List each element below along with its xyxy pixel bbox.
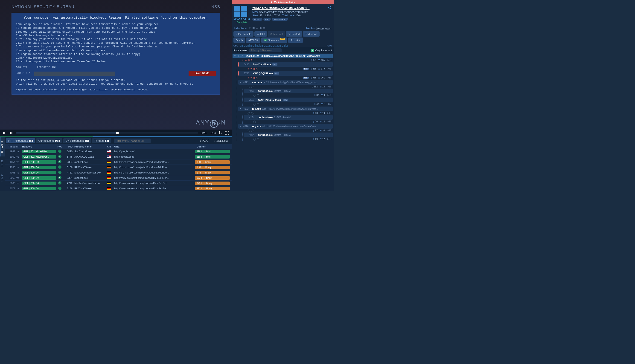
biohazard-icon: ☣ — [248, 68, 250, 70]
col-cn: CN — [106, 145, 112, 148]
amount-label: Amount: — [16, 65, 28, 69]
http-filter-input[interactable] — [114, 138, 151, 143]
amount-value: BTC 0.661 — [16, 72, 31, 75]
http-row[interactable]: 1959 ms GET | 301: Moved Per... 5748 XWA… — [5, 154, 232, 160]
stack-icon: ☰ — [318, 68, 320, 70]
http-row[interactable]: 1947 ms GET | 301: Moved Per... 3420 Swo… — [5, 149, 232, 154]
task-title[interactable]: 2024-11-24_30468ac53a7c08fac93d6c5... — [252, 6, 310, 10]
ransom-tab[interactable]: Payment — [16, 88, 27, 92]
ransom-tab[interactable]: BitCoin Information — [29, 88, 58, 92]
get-sample-button[interactable]: ↓ Get sample — [233, 31, 254, 36]
play-icon[interactable] — [2, 131, 7, 135]
transfer-id-input[interactable] — [34, 72, 115, 76]
file-icon: ▯ — [314, 103, 316, 106]
side-tab-debug[interactable]: DEBUG — [0, 170, 5, 186]
chevron-down-icon[interactable]: ▼ — [234, 55, 236, 57]
grid-icon: ▦ — [253, 76, 255, 79]
process-row[interactable]: 3420SwoYcckM.exePE — [238, 62, 333, 67]
process-row[interactable]: ▼4052reg.exeadd HKCU\Software\Microsoft\… — [238, 106, 333, 111]
text-report-button[interactable]: Text report — [303, 31, 320, 36]
ssl-keys-button[interactable]: ↓ SSL Keys — [212, 138, 230, 143]
gear-icon: ⚙ — [327, 94, 329, 96]
nsb-header-right: NSB — [211, 4, 220, 9]
process-filter-input[interactable] — [249, 48, 282, 52]
indicators-label: Indicators: — [234, 27, 247, 30]
http-row[interactable]: 5066 ms GET | 200: OK 4712 MoUsoCoreWork… — [5, 180, 232, 186]
indicator-stack-icon[interactable]: ☷ — [256, 26, 258, 30]
attck-button[interactable]: ATT&CK — [246, 38, 261, 43]
net-icon: ⇄ — [245, 59, 247, 62]
volume-icon[interactable] — [9, 131, 13, 135]
col-timeshift: Timeshift — [5, 145, 21, 148]
process-row[interactable]: ▼4592cmd.exe/c C:\Users\admin\AppData\Lo… — [238, 80, 333, 85]
pay-fine-button[interactable]: PAY FINE — [189, 71, 216, 76]
gear-icon: ⚙ — [251, 59, 253, 62]
file-icon: ▯ — [312, 85, 313, 88]
ransom-tab[interactable]: BitCoin Exchanges — [61, 88, 87, 92]
circle-icon: ◯ — [253, 103, 256, 106]
indicator-window-icon[interactable]: ⧉ — [260, 26, 262, 30]
indicator-biohazard-icon[interactable]: ☣ — [249, 26, 251, 30]
circle-icon: ◯ — [253, 94, 256, 96]
flag-de-icon — [107, 171, 111, 174]
rep-ok-icon — [58, 176, 62, 179]
side-tab-files[interactable]: FILES — [0, 156, 5, 170]
restart-button[interactable]: ↻ Restart — [286, 31, 302, 36]
circle-icon: ◯ — [257, 94, 259, 96]
net-icon: ⇄ — [251, 76, 252, 79]
indicator-doc-icon[interactable]: ▤ — [263, 26, 265, 30]
process-row[interactable]: ▼4876reg.exeadd HKCU\Software\Microsoft\… — [238, 124, 333, 128]
speed-button[interactable]: 1x — [219, 131, 222, 135]
stack-icon: ☰ — [320, 129, 322, 132]
md5-value[interactable]: 30468AC53A7C08FAC93D6C5B748E01E0 — [259, 11, 308, 14]
http-row[interactable]: 5060 ms GET | 200: OK 2324 svchost.exe h… — [5, 175, 232, 180]
ransom-tab[interactable]: Notepad — [138, 88, 148, 92]
gear-icon: ⚙ — [327, 85, 329, 88]
net-tab[interactable]: Connections30 — [36, 138, 62, 143]
chevron-down-icon[interactable]: ▼ — [240, 81, 242, 84]
stack-icon: ☰ — [318, 59, 320, 62]
stack-icon: ☰ — [320, 112, 322, 114]
net-tab[interactable]: HTTP Requests8 — [6, 138, 35, 143]
http-row[interactable]: 4065 ms GET | 200: OK 4712 MoUsoCoreWork… — [5, 170, 232, 175]
http-row[interactable]: 5071 ms GET | 200: OK 5156 RUXIMICS.exe … — [5, 186, 232, 191]
net-tab[interactable]: DNS Requests7 — [63, 138, 91, 143]
process-row[interactable]: 5748XWAQAQUE.exePE — [238, 71, 333, 76]
process-row[interactable]: 4264conhost.exe0xffffffff -ForceV1 — [244, 115, 333, 120]
http-row[interactable]: 4054 ms GET | 200: OK 2324 svchost.exe h… — [5, 160, 232, 165]
process-row[interactable]: 4996conhost.exe0xffffffff -ForceV1 — [244, 88, 333, 93]
http-row[interactable]: 4058 ms GET | 200: OK 5156 RUXIMICS.exe … — [5, 165, 232, 170]
tag[interactable]: nsb — [263, 18, 271, 21]
tracker-link[interactable]: Ransomware — [316, 27, 331, 30]
only-important-toggle[interactable]: ✓ Only important — [311, 49, 332, 52]
net-icon: ⇄ — [251, 68, 252, 70]
pe-badge: PE — [283, 99, 288, 101]
graph-button[interactable]: Graph — [233, 38, 245, 43]
chevron-down-icon[interactable]: ▼ — [240, 125, 242, 128]
tag[interactable]: ransomware — [272, 18, 288, 21]
gear-icon: ⚙ — [327, 59, 329, 62]
process-row[interactable]: 4824conhost.exe0xffffffff -ForceV1 — [244, 132, 333, 137]
fullscreen-icon[interactable] — [225, 131, 229, 135]
cpu-chart — [240, 44, 325, 47]
flag-de-icon — [107, 166, 111, 168]
process-row[interactable]: 3560easy_install-3.9.exePE — [244, 98, 333, 102]
chevron-down-icon[interactable]: ▼ — [240, 108, 242, 110]
video-timeline[interactable] — [16, 132, 198, 134]
ransom-tab[interactable]: Internet Browser — [111, 88, 135, 92]
biohazard-icon: ☣ — [242, 59, 244, 62]
side-tab-network[interactable]: NETWORK — [0, 137, 5, 156]
export-button[interactable]: Export ▾ — [288, 38, 303, 43]
share-icon[interactable] — [328, 6, 331, 10]
summary-button[interactable]: AI Summarybeta — [261, 38, 287, 43]
malicious-banner: ☣ Malicious activity — [232, 0, 334, 4]
malconf-button[interactable]: ✕ MalConf — [268, 31, 285, 36]
biohazard-icon: ☣ — [248, 76, 250, 79]
ioc-button[interactable]: ☰ IOC — [254, 31, 267, 36]
pcap-button[interactable]: ↓ PCAP — [198, 138, 211, 143]
net-tab[interactable]: Threats8 — [92, 138, 111, 143]
indicator-grid-icon[interactable]: ▦ — [252, 26, 255, 30]
tag[interactable]: virlock — [252, 18, 262, 21]
process-row[interactable]: ▼46722024-11-24_30468ac53a7c08fac93d6c5b… — [233, 54, 333, 58]
ransom-tab[interactable]: BitCoin ATMs — [90, 88, 108, 92]
